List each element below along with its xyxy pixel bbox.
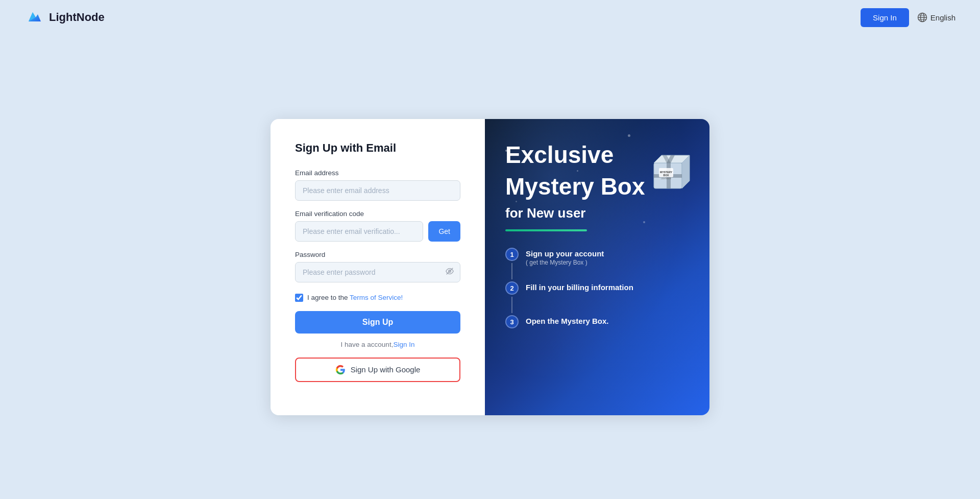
have-account-text: I have a account,Sign In (295, 341, 460, 348)
header-signin-button[interactable]: Sign In (861, 8, 909, 27)
google-icon (335, 365, 346, 375)
step-item-2: 2 Fill in your billing information (505, 281, 689, 315)
step-circle-2: 2 (505, 281, 519, 295)
step-left-3: 3 (505, 315, 519, 328)
agree-checkbox[interactable] (295, 294, 303, 302)
steps-list: 1 Sign up your account ( get the Mystery… (505, 248, 689, 336)
step-item-3: 3 Open the Mystery Box. (505, 315, 689, 336)
language-selector[interactable]: English (917, 12, 955, 22)
step-circle-1: 1 (505, 248, 519, 261)
email-input[interactable] (295, 180, 460, 201)
password-label: Password (295, 251, 460, 258)
google-signup-button[interactable]: Sign Up with Google (295, 358, 460, 382)
form-side: Sign Up with Email Email address Email v… (271, 119, 485, 415)
agree-text: I agree to the Terms of Service! (307, 294, 403, 301)
step-title-2: Fill in your billing information (526, 283, 633, 292)
header-right: Sign In English (861, 8, 955, 27)
step-content-2: Fill in your billing information (526, 281, 633, 302)
step-left-1: 1 (505, 248, 519, 281)
password-wrapper (295, 262, 460, 282)
verification-field-group: Email verification code Get (295, 210, 460, 242)
step-title-1: Sign up your account (526, 249, 604, 258)
step-left-2: 2 (505, 281, 519, 315)
svg-text:LIGHTNODE: LIGHTNODE (661, 178, 672, 180)
logo-area: LightNode (24, 7, 105, 28)
get-code-button[interactable]: Get (428, 221, 460, 242)
eye-icon[interactable] (445, 267, 454, 278)
agree-row: I agree to the Terms of Service! (295, 294, 460, 302)
step-title-3: Open the Mystery Box. (526, 317, 609, 325)
verification-label: Email verification code (295, 210, 460, 218)
email-label: Email address (295, 169, 460, 177)
step-sub-1: ( get the Mystery Box ) (526, 259, 604, 266)
logo-text: LightNode (49, 11, 105, 24)
promo-subtitle: for New user (505, 205, 689, 221)
terms-link[interactable]: Terms of Service! (350, 294, 403, 301)
password-field-group: Password (295, 251, 460, 282)
globe-icon (917, 12, 927, 22)
main-content: Sign Up with Email Email address Email v… (0, 35, 980, 499)
verification-input[interactable] (295, 221, 423, 242)
header: LightNode Sign In English (0, 0, 980, 35)
language-label: English (930, 13, 955, 22)
step-line-1 (511, 263, 512, 279)
step-item-1: 1 Sign up your account ( get the Mystery… (505, 248, 689, 281)
signup-card: Sign Up with Email Email address Email v… (271, 119, 709, 415)
password-input[interactable] (295, 262, 460, 282)
step-content-3: Open the Mystery Box. (526, 315, 609, 336)
svg-text:BOX: BOX (664, 174, 670, 177)
step-line-2 (511, 297, 512, 313)
form-title: Sign Up with Email (295, 141, 460, 155)
signup-button[interactable]: Sign Up (295, 311, 460, 334)
promo-bar (505, 229, 587, 231)
signin-link[interactable]: Sign In (393, 341, 414, 348)
mystery-box-image: MYSTERY BOX LIGHTNODE (641, 137, 697, 196)
email-field-group: Email address (295, 169, 460, 201)
logo-icon (24, 7, 45, 28)
verification-row: Get (295, 221, 460, 242)
promo-side: MYSTERY BOX LIGHTNODE Exclusive Mystery … (485, 119, 709, 415)
step-circle-3: 3 (505, 315, 519, 328)
step-content-1: Sign up your account ( get the Mystery B… (526, 248, 604, 276)
